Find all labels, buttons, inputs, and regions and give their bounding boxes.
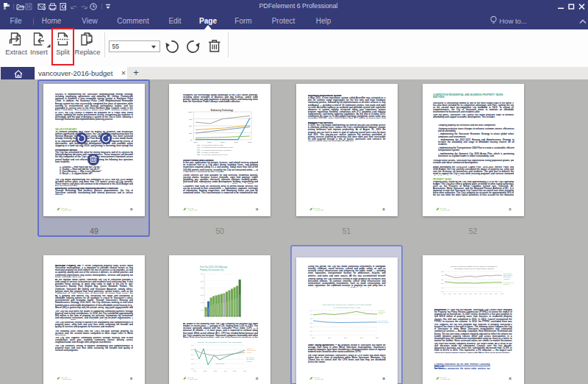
svg-text:Increase Forecast: Increase Forecast <box>378 321 389 323</box>
svg-text:50%: 50% <box>189 125 193 127</box>
svg-text:2012: 2012 <box>484 294 487 294</box>
svg-text:City's Share of Taxes Levied b: City's Share of Taxes Levied by Other Ta… <box>453 268 494 269</box>
svg-text:26%: 26% <box>441 282 444 284</box>
svg-text:32%: 32% <box>441 271 444 272</box>
svg-text:2013: 2013 <box>214 370 217 371</box>
svg-text:4.5%: 4.5% <box>200 273 204 274</box>
svg-text:Population: Population <box>503 283 509 285</box>
svg-text:1.25: 1.25 <box>309 322 312 324</box>
svg-text:2015: 2015 <box>233 370 236 371</box>
svg-text:0.5%: 0.5% <box>200 309 204 310</box>
svg-text:1.15: 1.15 <box>309 330 312 332</box>
svg-text:2017: 2017 <box>327 337 330 338</box>
svg-text:3.5%: 3.5% <box>200 280 204 282</box>
svg-text:2006: 2006 <box>453 294 456 294</box>
svg-text:2019: 2019 <box>359 337 362 338</box>
svg-text:1.5%: 1.5% <box>191 358 195 360</box>
svg-text:% of business licence renewals: % of business licence renewals issued on… <box>201 146 234 148</box>
svg-text:2.5%: 2.5% <box>191 349 195 350</box>
svg-text:The City of Vancouver's Share: The City of Vancouver's Share of Metro V… <box>451 266 498 267</box>
svg-text:24%: 24% <box>441 287 444 288</box>
svg-text:2005: 2005 <box>448 294 451 294</box>
svg-text:22%: 22% <box>441 291 444 292</box>
svg-text:2.0%: 2.0% <box>191 354 195 355</box>
svg-text:2011: 2011 <box>193 370 196 371</box>
svg-text:2014: 2014 <box>234 141 239 143</box>
svg-text:1.10: 1.10 <box>309 334 312 335</box>
svg-text:2011: 2011 <box>479 294 482 294</box>
svg-text:% electronic items from Librar: % electronic items from Library collecti… <box>201 149 232 151</box>
svg-text:Forecast: Forecast <box>378 313 383 314</box>
svg-text:1.5%: 1.5% <box>200 294 204 296</box>
svg-text:for a Median Single Family Hom: for a Median Single Family Home <box>333 307 361 309</box>
svg-text:2007: 2007 <box>459 294 462 294</box>
svg-text:2008: 2008 <box>464 294 467 294</box>
svg-text:2016: 2016 <box>243 370 246 371</box>
svg-text:2009: 2009 <box>469 294 472 294</box>
svg-text:2018: 2018 <box>343 337 346 338</box>
svg-text:Five-Year (2011-2015) Average: Five-Year (2011-2015) Average <box>200 266 228 269</box>
svg-text:0.5%: 0.5% <box>191 368 195 369</box>
svg-text:% of trade permits online: % of trade permits online <box>201 152 220 153</box>
svg-text:2016-2020 City Property Tax %: 2016-2020 City Property Tax % Shifts For… <box>322 304 371 306</box>
svg-text:Actual Inflation: Actual Inflation <box>215 363 224 364</box>
svg-text:1.35: 1.35 <box>309 313 312 315</box>
svg-text:1.0%: 1.0% <box>191 363 195 364</box>
svg-text:3.0%: 3.0% <box>191 344 195 346</box>
svg-text:Forecast: Forecast <box>246 360 252 362</box>
svg-text:1.40: 1.40 <box>309 310 312 311</box>
svg-text:2010: 2010 <box>474 294 477 294</box>
svg-text:75%: 75% <box>189 118 193 121</box>
svg-text:1.0%: 1.0% <box>200 302 204 303</box>
svg-text:Authorities: Authorities <box>503 278 509 280</box>
svg-text:2012: 2012 <box>207 141 212 143</box>
svg-text:2014: 2014 <box>224 370 227 371</box>
svg-text:2013: 2013 <box>220 141 225 143</box>
svg-text:Property Tax Increases (%): Property Tax Increases (%) <box>200 269 223 271</box>
svg-text:0%: 0% <box>190 139 193 141</box>
svg-text:2012: 2012 <box>204 370 207 371</box>
svg-text:28%: 28% <box>441 279 444 280</box>
svg-text:% of van-wide parking meter re: % of van-wide parking meter revenue <box>201 154 229 155</box>
svg-text:Forecast: Forecast <box>246 352 252 353</box>
svg-text:2014: 2014 <box>495 294 498 294</box>
svg-text:30%: 30% <box>441 274 444 276</box>
svg-text:2020: 2020 <box>375 337 378 338</box>
svg-text:Property Tax Increases vs Vanc: Property Tax Increases vs Vancouver CPI … <box>198 341 242 344</box>
svg-text:2.5%: 2.5% <box>200 287 204 288</box>
svg-text:25%: 25% <box>189 132 193 135</box>
svg-text:1.20: 1.20 <box>309 326 312 327</box>
svg-text:2015: 2015 <box>501 294 503 294</box>
svg-text:2004: 2004 <box>443 294 446 294</box>
svg-text:Embracing Technology: Embracing Technology <box>211 109 234 112</box>
svg-text:2015: 2015 <box>248 141 252 143</box>
svg-text:2013: 2013 <box>490 294 492 294</box>
svg-text:1.30: 1.30 <box>309 318 312 319</box>
svg-text:2011: 2011 <box>194 141 198 143</box>
svg-text:% of dog licences issued onlin: % of dog licences issued online <box>201 144 224 146</box>
svg-text:2016: 2016 <box>311 337 314 338</box>
svg-text:100%: 100% <box>188 111 193 113</box>
